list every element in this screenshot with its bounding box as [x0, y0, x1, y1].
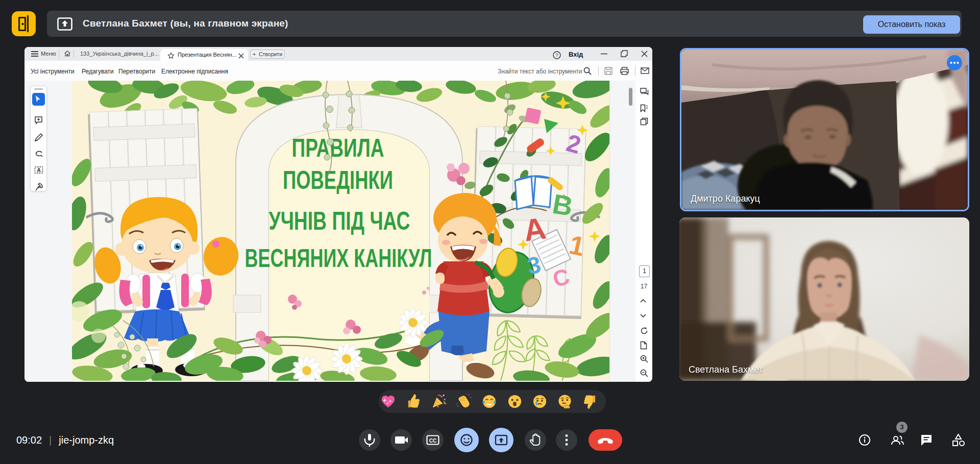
- svg-text:ПОВЕДІНКИ: ПОВЕДІНКИ: [283, 166, 393, 194]
- svg-text:CC: CC: [429, 438, 436, 444]
- svg-text:A: A: [522, 211, 548, 248]
- svg-text:?: ?: [555, 52, 558, 58]
- svg-text:УЧНІВ ПІД ЧАС: УЧНІВ ПІД ЧАС: [269, 207, 410, 235]
- svg-text:ПРАВИЛА: ПРАВИЛА: [292, 134, 384, 162]
- svg-text:ВЕСНЯНИХ КАНІКУЛ: ВЕСНЯНИХ КАНІКУЛ: [245, 244, 432, 273]
- svg-text:A: A: [37, 167, 40, 173]
